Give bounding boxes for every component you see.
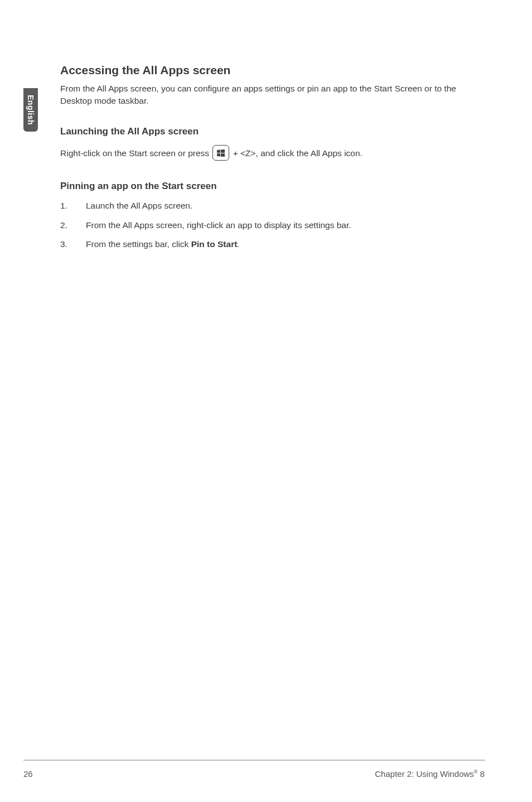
svg-marker-0: [217, 149, 220, 153]
step3-bold: Pin to Start: [191, 239, 238, 249]
footer-divider: [23, 760, 485, 761]
list-item: 1. Launch the All Apps screen.: [60, 200, 484, 212]
subheading-pinning: Pinning an app on the Start screen: [60, 181, 484, 192]
launch-text-after: + <Z>, and click the All Apps icon.: [230, 148, 362, 158]
pinning-steps-list: 1. Launch the All Apps screen. 2. From t…: [60, 200, 484, 250]
launching-instruction-text: Right-click on the Start screen or press…: [60, 145, 484, 161]
step3-text-before: From the settings bar, click: [86, 239, 191, 249]
svg-marker-2: [217, 153, 220, 157]
page-number: 26: [23, 769, 33, 779]
svg-marker-1: [221, 149, 225, 153]
step-text: From the All Apps screen, right-click an…: [86, 219, 484, 231]
chapter-label: Chapter 2: Using Windows® 8: [375, 769, 485, 779]
launch-text-before: Right-click on the Start screen or press: [60, 148, 211, 158]
chapter-text-before: Chapter 2: Using Windows: [375, 769, 474, 779]
language-side-tab: English: [23, 88, 38, 132]
step-number: 2.: [60, 219, 86, 231]
windows-key-icon: [212, 145, 229, 161]
step-number: 3.: [60, 238, 86, 250]
svg-marker-3: [221, 153, 225, 157]
step-text: Launch the All Apps screen.: [86, 200, 484, 212]
subheading-launching: Launching the All Apps screen: [60, 126, 484, 137]
step-number: 1.: [60, 200, 86, 212]
chapter-text-after: 8: [477, 769, 485, 779]
step-text: From the settings bar, click Pin to Star…: [86, 238, 484, 250]
pinning-section: Pinning an app on the Start screen 1. La…: [60, 181, 484, 250]
section-intro-text: From the All Apps screen, you can config…: [60, 83, 484, 107]
list-item: 3. From the settings bar, click Pin to S…: [60, 238, 484, 250]
page-content: Accessing the All Apps screen From the A…: [60, 64, 484, 258]
section-heading-accessing: Accessing the All Apps screen: [60, 64, 484, 77]
list-item: 2. From the All Apps screen, right-click…: [60, 219, 484, 231]
step3-text-after: .: [237, 239, 239, 249]
